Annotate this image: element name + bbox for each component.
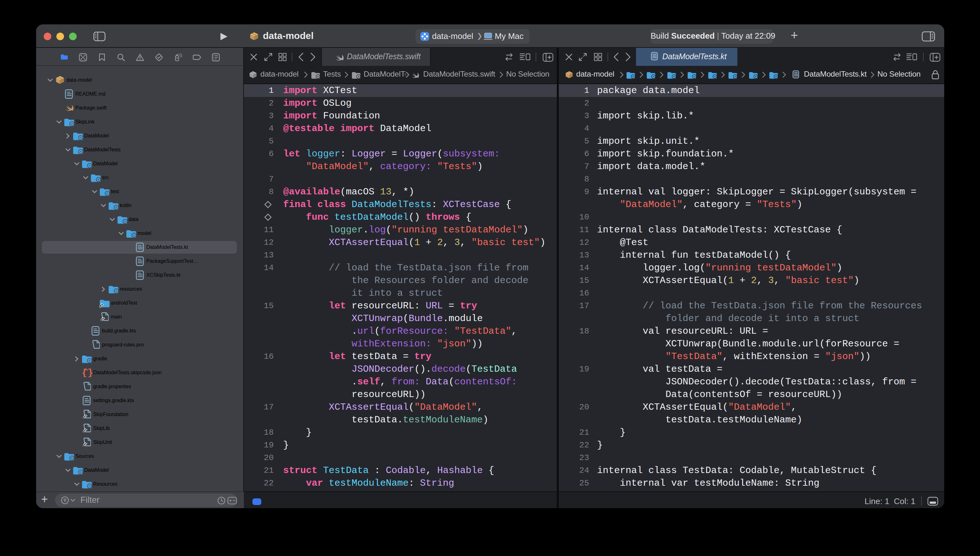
svg-text:}: } [87,368,92,377]
